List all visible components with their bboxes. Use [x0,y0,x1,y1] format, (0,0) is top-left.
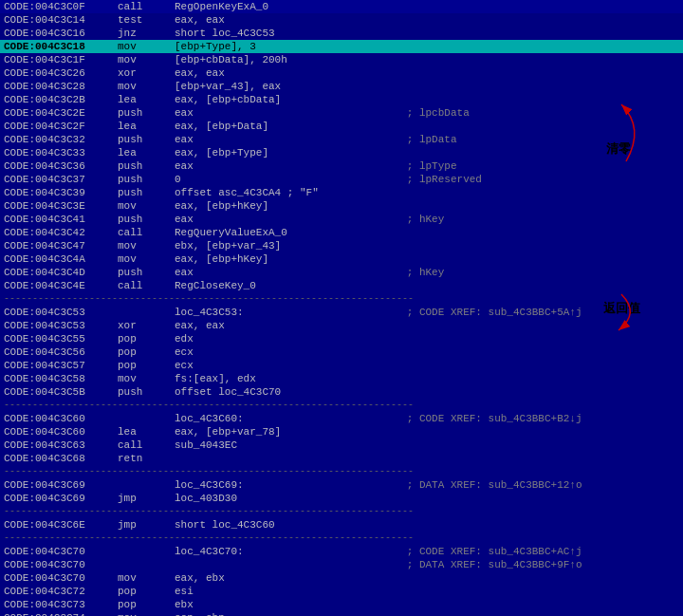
comment-cell [403,611,683,616]
table-row[interactable]: ----------------------------------------… [0,465,683,478]
table-row[interactable]: CODE:004C3C60loc_4C3C60:; CODE XREF: sub… [0,412,683,425]
opcode-cell: lea [114,120,171,133]
address-cell: CODE:004C3C6E [0,518,114,532]
table-row[interactable]: CODE:004C3C72popesi [0,585,683,598]
table-row[interactable]: ----------------------------------------… [0,399,683,412]
table-row[interactable]: CODE:004C3C70moveax, ebx [0,571,683,585]
table-row[interactable]: CODE:004C3C69loc_4C3C69:; DATA XREF: sub… [0,478,683,492]
opcode-cell: push [114,186,171,199]
args-cell: offset asc_4C3CA4 ; "F" [171,186,403,199]
table-row[interactable]: CODE:004C3C14testeax, eax [0,13,683,27]
args-cell [171,452,403,465]
address-cell: CODE:004C3C16 [0,27,114,40]
opcode-cell: jnz [114,27,171,40]
table-row[interactable]: CODE:004C3C37push0; lpReserved [0,173,683,186]
table-row[interactable]: CODE:004C3C69jmploc_403D30 [0,492,683,505]
comment-cell: ; lpReserved [403,173,683,186]
address-cell: CODE:004C3C69 [0,492,114,505]
opcode-cell: push [114,266,171,279]
opcode-cell: mov [114,40,171,53]
args-cell: loc_4C3C53: [171,306,403,319]
table-row[interactable]: CODE:004C3C58movfs:[eax], edx [0,372,683,385]
args-cell: edx [171,332,403,345]
opcode-cell [114,412,171,425]
comment-cell [403,186,683,199]
comment-cell [403,518,683,532]
args-cell: eax, eax [171,66,403,80]
args-cell: 0 [171,173,403,186]
arrow-qingzero [569,95,683,171]
table-row[interactable]: CODE:004C3C42callRegQueryValueExA_0 [0,226,683,239]
table-row[interactable]: CODE:004C3C5Bpushoffset loc_4C3C70 [0,385,683,399]
address-cell: CODE:004C3C60 [0,425,114,439]
address-cell: CODE:004C3C72 [0,585,114,598]
args-cell: eax [171,213,403,226]
opcode-cell: pop [114,359,171,372]
opcode-cell: mov [114,239,171,252]
opcode-cell: test [114,13,171,27]
table-row[interactable]: CODE:004C3C41pusheax; hKey [0,213,683,226]
comment-cell [403,372,683,385]
opcode-cell: pop [114,345,171,359]
address-cell: CODE:004C3C26 [0,66,114,80]
comment-cell [403,27,683,40]
args-cell: fs:[eax], edx [171,372,403,385]
args-cell: eax [171,159,403,173]
address-cell: CODE:004C3C56 [0,345,114,359]
address-cell: CODE:004C3C47 [0,239,114,252]
opcode-cell: mov [114,372,171,385]
opcode-cell: lea [114,146,171,159]
address-cell: CODE:004C3C70 [0,558,114,571]
table-row[interactable]: ----------------------------------------… [0,532,683,545]
table-row[interactable]: CODE:004C3C70loc_4C3C70:; CODE XREF: sub… [0,545,683,558]
args-cell: esi [171,585,403,598]
args-cell: eax, [ebp+Data] [171,120,403,133]
args-cell: ebx, [ebp+var_43] [171,239,403,252]
comment-cell [403,239,683,252]
args-cell: loc_4C3C69: [171,478,403,492]
table-row[interactable]: CODE:004C3C63callsub_4043EC [0,439,683,452]
args-cell: eax, eax [171,13,403,27]
table-row[interactable]: CODE:004C3C0FcallRegOpenKeyExA_0 [0,0,683,13]
table-row[interactable]: CODE:004C3C3Emoveax, [ebp+hKey] [0,199,683,213]
comment-cell: ; CODE XREF: sub_4C3BBC+B2↓j [403,412,683,425]
address-cell: CODE:004C3C2B [0,93,114,106]
table-row[interactable]: ----------------------------------------… [0,505,683,518]
table-row[interactable]: CODE:004C3C68retn [0,452,683,465]
table-row[interactable]: CODE:004C3C70; DATA XREF: sub_4C3BBC+9F↑… [0,558,683,571]
table-row[interactable]: CODE:004C3C60leaeax, [ebp+var_78] [0,425,683,439]
table-row[interactable]: CODE:004C3C16jnzshort loc_4C3C53 [0,27,683,40]
opcode-cell: pop [114,598,171,611]
comment-cell [403,492,683,505]
comment-cell [403,585,683,598]
comment-cell [403,226,683,239]
table-row[interactable]: CODE:004C3C28mov[ebp+var_43], eax [0,80,683,93]
comment-cell [403,385,683,399]
address-cell: CODE:004C3C70 [0,571,114,585]
opcode-cell: push [114,106,171,120]
address-cell: CODE:004C3C2E [0,106,114,120]
table-row[interactable]: CODE:004C3C57popecx [0,359,683,372]
table-row[interactable]: CODE:004C3C26xoreax, eax [0,66,683,80]
table-row[interactable]: CODE:004C3C39pushoffset asc_4C3CA4 ; "F" [0,186,683,199]
comment-cell: ; DATA XREF: sub_4C3BBC+9F↑o [403,558,683,571]
args-cell: eax, [ebp+hKey] [171,199,403,213]
args-cell: loc_403D30 [171,492,403,505]
arrow-return [569,266,683,342]
address-cell: CODE:004C3C5B [0,385,114,399]
table-row[interactable]: CODE:004C3C1Fmov[ebp+cbData], 200h [0,53,683,66]
table-row[interactable]: CODE:004C3C56popecx [0,345,683,359]
table-row[interactable]: CODE:004C3C18mov[ebp+Type], 3 [0,40,683,53]
comment-cell [403,40,683,53]
address-cell: CODE:004C3C32 [0,133,114,146]
opcode-cell: call [114,279,171,292]
args-cell: offset loc_4C3C70 [171,385,403,399]
table-row[interactable]: CODE:004C3C47movebx, [ebp+var_43] [0,239,683,252]
args-cell: eax [171,266,403,279]
table-row[interactable]: CODE:004C3C4Amoveax, [ebp+hKey] [0,252,683,266]
table-row[interactable]: CODE:004C3C74movesp, ebp [0,611,683,616]
table-row[interactable]: CODE:004C3C73popebx [0,598,683,611]
opcode-cell [114,558,171,571]
table-row[interactable]: CODE:004C3C6Ejmpshort loc_4C3C60 [0,518,683,532]
address-cell: CODE:004C3C53 [0,319,114,332]
